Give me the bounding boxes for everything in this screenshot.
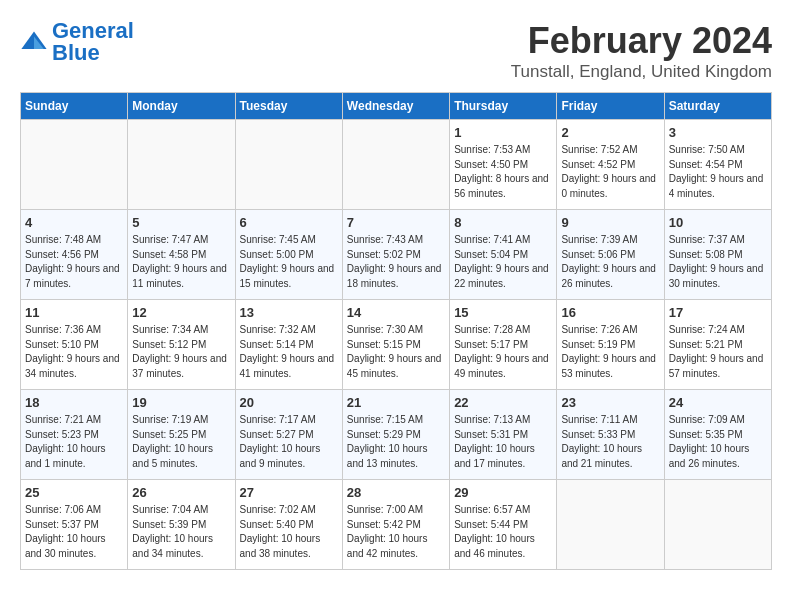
day-detail: Sunrise: 7:39 AMSunset: 5:06 PMDaylight:…: [561, 233, 659, 291]
calendar-week-row: 4Sunrise: 7:48 AMSunset: 4:56 PMDaylight…: [21, 210, 772, 300]
calendar-cell: 4Sunrise: 7:48 AMSunset: 4:56 PMDaylight…: [21, 210, 128, 300]
calendar-cell: 15Sunrise: 7:28 AMSunset: 5:17 PMDayligh…: [450, 300, 557, 390]
day-detail: Sunrise: 7:15 AMSunset: 5:29 PMDaylight:…: [347, 413, 445, 471]
day-number: 28: [347, 485, 445, 500]
day-number: 7: [347, 215, 445, 230]
day-detail: Sunrise: 7:17 AMSunset: 5:27 PMDaylight:…: [240, 413, 338, 471]
calendar-cell: 28Sunrise: 7:00 AMSunset: 5:42 PMDayligh…: [342, 480, 449, 570]
day-detail: Sunrise: 7:24 AMSunset: 5:21 PMDaylight:…: [669, 323, 767, 381]
day-number: 11: [25, 305, 123, 320]
calendar-week-row: 25Sunrise: 7:06 AMSunset: 5:37 PMDayligh…: [21, 480, 772, 570]
calendar-cell: 18Sunrise: 7:21 AMSunset: 5:23 PMDayligh…: [21, 390, 128, 480]
day-number: 27: [240, 485, 338, 500]
calendar-cell: 19Sunrise: 7:19 AMSunset: 5:25 PMDayligh…: [128, 390, 235, 480]
calendar-cell: 7Sunrise: 7:43 AMSunset: 5:02 PMDaylight…: [342, 210, 449, 300]
day-number: 2: [561, 125, 659, 140]
day-number: 26: [132, 485, 230, 500]
day-number: 23: [561, 395, 659, 410]
calendar-table: SundayMondayTuesdayWednesdayThursdayFrid…: [20, 92, 772, 570]
day-number: 16: [561, 305, 659, 320]
day-number: 18: [25, 395, 123, 410]
logo-blue: Blue: [52, 40, 100, 65]
day-detail: Sunrise: 7:53 AMSunset: 4:50 PMDaylight:…: [454, 143, 552, 201]
calendar-cell: 8Sunrise: 7:41 AMSunset: 5:04 PMDaylight…: [450, 210, 557, 300]
day-detail: Sunrise: 7:19 AMSunset: 5:25 PMDaylight:…: [132, 413, 230, 471]
day-number: 6: [240, 215, 338, 230]
day-detail: Sunrise: 7:43 AMSunset: 5:02 PMDaylight:…: [347, 233, 445, 291]
day-number: 15: [454, 305, 552, 320]
day-detail: Sunrise: 7:30 AMSunset: 5:15 PMDaylight:…: [347, 323, 445, 381]
calendar-cell: [664, 480, 771, 570]
day-number: 8: [454, 215, 552, 230]
calendar-cell: 23Sunrise: 7:11 AMSunset: 5:33 PMDayligh…: [557, 390, 664, 480]
day-number: 12: [132, 305, 230, 320]
weekday-header-thursday: Thursday: [450, 93, 557, 120]
day-number: 1: [454, 125, 552, 140]
logo-icon: [20, 28, 48, 56]
day-detail: Sunrise: 7:50 AMSunset: 4:54 PMDaylight:…: [669, 143, 767, 201]
day-number: 29: [454, 485, 552, 500]
day-number: 21: [347, 395, 445, 410]
calendar-cell: 20Sunrise: 7:17 AMSunset: 5:27 PMDayligh…: [235, 390, 342, 480]
day-number: 5: [132, 215, 230, 230]
calendar-cell: 27Sunrise: 7:02 AMSunset: 5:40 PMDayligh…: [235, 480, 342, 570]
day-detail: Sunrise: 7:47 AMSunset: 4:58 PMDaylight:…: [132, 233, 230, 291]
day-detail: Sunrise: 7:21 AMSunset: 5:23 PMDaylight:…: [25, 413, 123, 471]
day-detail: Sunrise: 7:32 AMSunset: 5:14 PMDaylight:…: [240, 323, 338, 381]
calendar-week-row: 11Sunrise: 7:36 AMSunset: 5:10 PMDayligh…: [21, 300, 772, 390]
day-number: 17: [669, 305, 767, 320]
calendar-cell: 10Sunrise: 7:37 AMSunset: 5:08 PMDayligh…: [664, 210, 771, 300]
day-number: 14: [347, 305, 445, 320]
calendar-cell: 17Sunrise: 7:24 AMSunset: 5:21 PMDayligh…: [664, 300, 771, 390]
day-detail: Sunrise: 7:13 AMSunset: 5:31 PMDaylight:…: [454, 413, 552, 471]
day-detail: Sunrise: 7:00 AMSunset: 5:42 PMDaylight:…: [347, 503, 445, 561]
day-detail: Sunrise: 7:28 AMSunset: 5:17 PMDaylight:…: [454, 323, 552, 381]
calendar-cell: 6Sunrise: 7:45 AMSunset: 5:00 PMDaylight…: [235, 210, 342, 300]
weekday-header-monday: Monday: [128, 93, 235, 120]
calendar-cell: 5Sunrise: 7:47 AMSunset: 4:58 PMDaylight…: [128, 210, 235, 300]
day-detail: Sunrise: 6:57 AMSunset: 5:44 PMDaylight:…: [454, 503, 552, 561]
day-number: 4: [25, 215, 123, 230]
calendar-cell: 29Sunrise: 6:57 AMSunset: 5:44 PMDayligh…: [450, 480, 557, 570]
weekday-header-wednesday: Wednesday: [342, 93, 449, 120]
weekday-header-saturday: Saturday: [664, 93, 771, 120]
calendar-cell: 11Sunrise: 7:36 AMSunset: 5:10 PMDayligh…: [21, 300, 128, 390]
day-number: 13: [240, 305, 338, 320]
calendar-cell: [235, 120, 342, 210]
title-block: February 2024 Tunstall, England, United …: [511, 20, 772, 82]
weekday-header-row: SundayMondayTuesdayWednesdayThursdayFrid…: [21, 93, 772, 120]
calendar-cell: 13Sunrise: 7:32 AMSunset: 5:14 PMDayligh…: [235, 300, 342, 390]
calendar-cell: 21Sunrise: 7:15 AMSunset: 5:29 PMDayligh…: [342, 390, 449, 480]
calendar-cell: [557, 480, 664, 570]
weekday-header-sunday: Sunday: [21, 93, 128, 120]
day-detail: Sunrise: 7:02 AMSunset: 5:40 PMDaylight:…: [240, 503, 338, 561]
day-detail: Sunrise: 7:45 AMSunset: 5:00 PMDaylight:…: [240, 233, 338, 291]
day-detail: Sunrise: 7:41 AMSunset: 5:04 PMDaylight:…: [454, 233, 552, 291]
calendar-cell: 25Sunrise: 7:06 AMSunset: 5:37 PMDayligh…: [21, 480, 128, 570]
day-detail: Sunrise: 7:52 AMSunset: 4:52 PMDaylight:…: [561, 143, 659, 201]
day-number: 20: [240, 395, 338, 410]
day-number: 3: [669, 125, 767, 140]
calendar-cell: 2Sunrise: 7:52 AMSunset: 4:52 PMDaylight…: [557, 120, 664, 210]
day-detail: Sunrise: 7:26 AMSunset: 5:19 PMDaylight:…: [561, 323, 659, 381]
day-detail: Sunrise: 7:37 AMSunset: 5:08 PMDaylight:…: [669, 233, 767, 291]
calendar-week-row: 18Sunrise: 7:21 AMSunset: 5:23 PMDayligh…: [21, 390, 772, 480]
day-detail: Sunrise: 7:36 AMSunset: 5:10 PMDaylight:…: [25, 323, 123, 381]
day-number: 24: [669, 395, 767, 410]
logo: General Blue: [20, 20, 134, 64]
day-number: 25: [25, 485, 123, 500]
month-year-title: February 2024: [511, 20, 772, 62]
calendar-cell: [342, 120, 449, 210]
day-detail: Sunrise: 7:11 AMSunset: 5:33 PMDaylight:…: [561, 413, 659, 471]
calendar-cell: 3Sunrise: 7:50 AMSunset: 4:54 PMDaylight…: [664, 120, 771, 210]
calendar-cell: 14Sunrise: 7:30 AMSunset: 5:15 PMDayligh…: [342, 300, 449, 390]
calendar-cell: 9Sunrise: 7:39 AMSunset: 5:06 PMDaylight…: [557, 210, 664, 300]
day-number: 19: [132, 395, 230, 410]
day-detail: Sunrise: 7:06 AMSunset: 5:37 PMDaylight:…: [25, 503, 123, 561]
weekday-header-tuesday: Tuesday: [235, 93, 342, 120]
location-subtitle: Tunstall, England, United Kingdom: [511, 62, 772, 82]
day-number: 10: [669, 215, 767, 230]
calendar-cell: 16Sunrise: 7:26 AMSunset: 5:19 PMDayligh…: [557, 300, 664, 390]
calendar-cell: 1Sunrise: 7:53 AMSunset: 4:50 PMDaylight…: [450, 120, 557, 210]
logo-text: General Blue: [52, 20, 134, 64]
